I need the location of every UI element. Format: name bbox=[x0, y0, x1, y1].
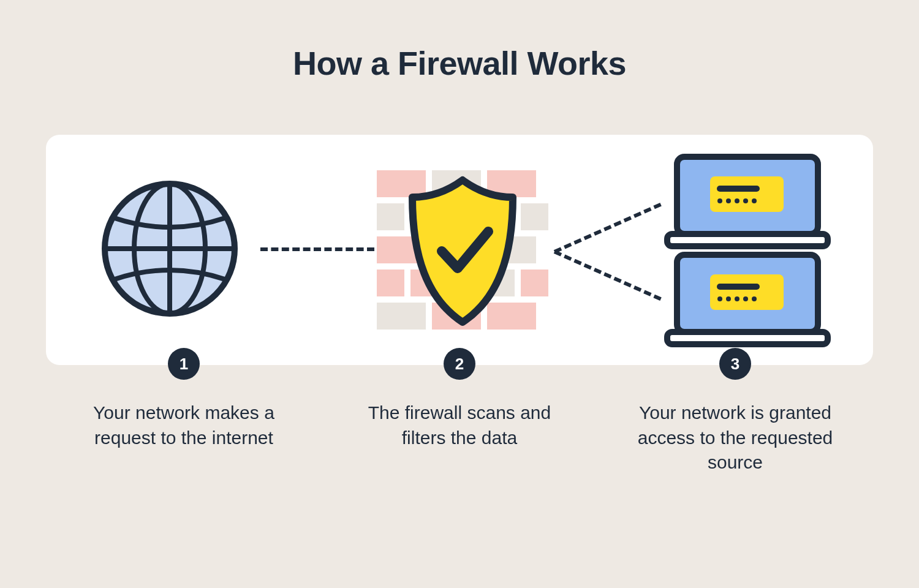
connector-line bbox=[554, 250, 662, 301]
svg-rect-22 bbox=[710, 176, 784, 212]
firewall-diagram: How a Firewall Works bbox=[0, 0, 919, 588]
step-text: Your network is granted access to the re… bbox=[625, 401, 845, 475]
svg-rect-38 bbox=[667, 332, 828, 344]
svg-rect-4 bbox=[377, 170, 426, 197]
step-text: Your network makes a request to the inte… bbox=[74, 401, 294, 450]
step-badge: 2 bbox=[444, 348, 475, 380]
shield-check-icon bbox=[371, 158, 554, 344]
svg-rect-7 bbox=[377, 203, 404, 230]
svg-rect-18 bbox=[377, 303, 426, 330]
connector-line bbox=[554, 203, 662, 254]
step-text: The firewall scans and filters the data bbox=[349, 401, 570, 450]
svg-rect-14 bbox=[377, 270, 404, 296]
globe-icon bbox=[96, 175, 243, 325]
step-2: 2 The firewall scans and filters the dat… bbox=[322, 348, 597, 475]
svg-rect-10 bbox=[521, 203, 548, 230]
step-1: 1 Your network makes a request to the in… bbox=[46, 348, 322, 475]
step-badge: 3 bbox=[719, 348, 751, 380]
svg-rect-31 bbox=[710, 274, 784, 310]
svg-rect-29 bbox=[667, 234, 828, 246]
step-3: 3 Your network is granted access to the … bbox=[597, 348, 873, 475]
laptop-stack-icon bbox=[659, 153, 836, 352]
diagram-card bbox=[46, 135, 873, 365]
svg-rect-20 bbox=[487, 303, 536, 330]
step-badge: 1 bbox=[168, 348, 200, 380]
connector-line bbox=[260, 247, 374, 251]
page-title: How a Firewall Works bbox=[293, 44, 626, 82]
svg-rect-17 bbox=[521, 270, 548, 296]
steps-row: 1 Your network makes a request to the in… bbox=[46, 348, 873, 475]
